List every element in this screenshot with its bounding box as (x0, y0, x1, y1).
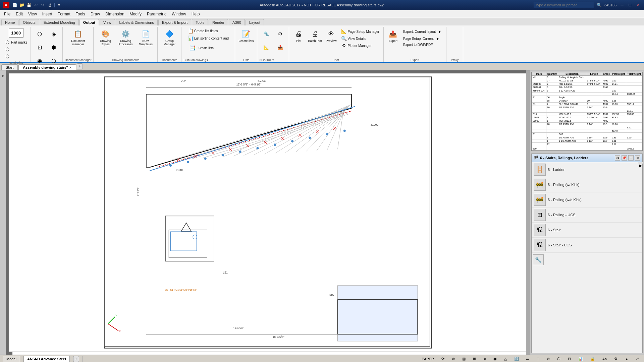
menu-modify[interactable]: Modify (127, 11, 144, 17)
search-input[interactable] (534, 2, 594, 8)
panel-settings-btn[interactable]: ⚙ (615, 155, 620, 161)
tab-view[interactable]: View (100, 19, 115, 25)
btn-plot[interactable]: 🖨 Plot (291, 27, 306, 44)
btn-group-manager[interactable]: 🔷 Group Manager (160, 27, 179, 47)
qa-dropdown[interactable]: ▾ (56, 2, 62, 8)
btn-nc3[interactable]: 📐 (259, 41, 273, 54)
psc-dropdown[interactable]: ▾ (435, 36, 440, 41)
panel-close-btn[interactable]: ✕ (635, 155, 640, 161)
btn-page-setup-mgr[interactable]: 📐 Page Setup Manager (340, 28, 381, 35)
tab-start[interactable]: Start (1, 64, 18, 70)
status-transparency[interactable]: ◻ (534, 356, 542, 362)
qa-print[interactable]: 🖨 (47, 2, 53, 8)
status-sel-cycling[interactable]: ⊛ (544, 356, 552, 362)
btn-document-manager[interactable]: 📋 Document manager (68, 27, 88, 47)
tab-output[interactable]: Output (79, 19, 99, 25)
status-snap[interactable]: ⊕ (449, 356, 457, 362)
status-dynucs[interactable]: ⊡ (566, 356, 573, 362)
tab-home[interactable]: Home (1, 19, 18, 25)
menu-parametric[interactable]: Parametric (144, 11, 169, 17)
btn-create-lists[interactable]: 📑 Create lists (186, 42, 215, 54)
tab-render[interactable]: Render (209, 19, 228, 25)
tab-layout[interactable]: Layout (246, 19, 264, 25)
menu-file[interactable]: File (1, 11, 13, 17)
bom-dropdown-icon[interactable]: ▾ (207, 58, 208, 62)
btn-part-marks-row2[interactable]: ⬡ (3, 46, 29, 53)
btn-export[interactable]: 📤 Export (386, 27, 400, 44)
btn-bom-templates[interactable]: 📄 BOM Templates (136, 27, 155, 47)
status-polar[interactable]: ◈ (481, 356, 488, 362)
status-isolate[interactable]: 🔒 (588, 356, 597, 362)
tab-assembly-drawing[interactable]: Assembly drawing stairs*✕ (18, 64, 76, 70)
tab-export-import[interactable]: Export & Import (158, 19, 191, 25)
tab-a360[interactable]: A360 (229, 19, 245, 25)
status-workspace[interactable]: ⚙ (612, 356, 620, 362)
tab-model[interactable]: Model (3, 356, 20, 362)
status-lineweight[interactable]: ═ (524, 356, 531, 362)
btn-batch-plot[interactable]: 🖨 Batch Plot (307, 27, 323, 44)
status-paper[interactable]: PAPER (419, 356, 436, 362)
panel-pin-btn[interactable]: 📌 (622, 155, 627, 161)
btn-pm1[interactable]: ⬡ (33, 27, 46, 40)
status-grid[interactable]: ▦ (460, 356, 468, 362)
canvas-resize-handle[interactable] (526, 70, 530, 355)
btn-list-sorting[interactable]: 📊 List sorting content and (186, 35, 230, 42)
btn-pm3[interactable]: ⊡ (33, 41, 46, 54)
tab-ansi-d[interactable]: ANSI-D Advance Steel (23, 356, 70, 362)
menu-tools[interactable]: Tools (73, 11, 88, 17)
menu-window[interactable]: Window (169, 11, 189, 17)
btn-drawing-styles[interactable]: 🎨 Drawing Styles (96, 27, 115, 47)
panel-minimize-btn[interactable]: ─ (628, 155, 634, 161)
list-item[interactable]: ⊞ 6 - Railing - UCS (532, 207, 642, 223)
status-add-tab[interactable]: + (73, 356, 79, 362)
btn-part-marks-row1[interactable]: ⬡ Part marks (3, 39, 29, 46)
menu-help[interactable]: Help (189, 11, 203, 17)
qa-redo[interactable]: ↪ (40, 2, 46, 8)
panel-expand-btn[interactable]: ▶ (638, 162, 643, 164)
menu-dimension[interactable]: Dimension (103, 11, 127, 17)
menu-insert[interactable]: Insert (40, 11, 55, 17)
list-item[interactable]: 🚧 6 - Railing (w/o Kick) (532, 192, 642, 207)
tab-close-icon[interactable]: ✕ (69, 66, 72, 69)
qa-undo[interactable]: ↩ (33, 2, 39, 8)
status-osnap[interactable]: ◉ (491, 356, 499, 362)
btn-part-marks-row3[interactable]: ⬡ (3, 53, 29, 60)
btn-nc4[interactable]: 📤 (273, 41, 287, 54)
status-qprops[interactable]: 📊 (576, 356, 585, 362)
tab-objects[interactable]: Objects (19, 19, 39, 25)
btn-create-list-fields[interactable]: 📋 Create list fields (186, 27, 230, 34)
menu-view[interactable]: View (25, 11, 40, 17)
btn-drawing-processes[interactable]: ⚙️ Drawing Processes (116, 27, 135, 47)
btn-nc1[interactable]: 🔩 (259, 27, 273, 40)
minimize-btn[interactable]: ─ (619, 3, 625, 7)
tab-extended-modeling[interactable]: Extended Modeling (40, 19, 79, 25)
btn-view-details[interactable]: 🔍 View Details (340, 35, 381, 42)
tab-labels-dimensions[interactable]: Labels & Dimensions (116, 19, 158, 25)
status-rotate[interactable]: ⟳ (439, 356, 447, 362)
status-dynin[interactable]: 🔢 (512, 356, 521, 362)
ec-dropdown[interactable]: ▾ (437, 29, 442, 34)
panel-bottom-icon[interactable]: 🔧 (533, 254, 544, 265)
close-btn[interactable]: ✕ (635, 3, 641, 7)
btn-page-setup-current[interactable]: Page Setup: Current ▾ (402, 35, 443, 42)
menu-edit[interactable]: Edit (13, 11, 25, 17)
tab-tools[interactable]: Tools (192, 19, 208, 25)
menu-draw[interactable]: Draw (88, 11, 103, 17)
menu-format[interactable]: Format (55, 11, 73, 17)
btn-pm4[interactable]: ⬢ (47, 41, 60, 54)
status-ortho[interactable]: ⊞ (471, 356, 478, 362)
qa-new[interactable]: 📄 (11, 2, 18, 8)
left-toolbar-handle[interactable]: ◀ (1, 74, 5, 78)
nc-dropdown-icon[interactable]: ▾ (272, 58, 274, 62)
list-item[interactable]: 🏗 6 - Stair (532, 223, 642, 238)
qa-open[interactable]: 📁 (18, 2, 25, 8)
list-item[interactable]: 🏗 6 - Stair - UCS (532, 238, 642, 253)
tab-add-btn[interactable]: + (77, 63, 83, 69)
btn-nc2[interactable]: ⚙ (273, 27, 287, 40)
btn-plotter-mgr[interactable]: ⚙ Plotter Manager (340, 42, 381, 49)
btn-lists[interactable]: 📝 Create lists (237, 27, 255, 44)
status-units[interactable]: ▲ (623, 356, 631, 362)
maximize-btn[interactable]: □ (628, 3, 633, 7)
status-annotation[interactable]: Aa (600, 356, 609, 362)
list-item[interactable]: 🚧 6 - Railing (w/ Kick) (532, 177, 642, 192)
